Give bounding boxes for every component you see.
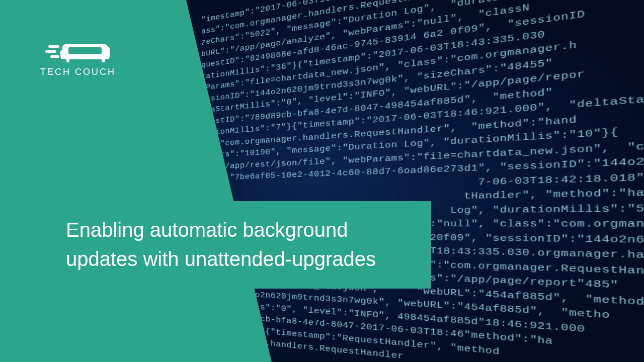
svg-rect-0	[68, 47, 102, 54]
code-stream-art: "imestamp":"2017-06-03T18:42:18.018", as…	[201, 0, 644, 362]
svg-rect-3	[66, 59, 69, 62]
brand-name: TECH COUCH	[40, 67, 116, 77]
couch-icon	[45, 35, 111, 63]
svg-rect-6	[45, 50, 56, 53]
svg-rect-5	[48, 45, 59, 48]
title-banner: Enabling automatic background updates wi…	[49, 201, 431, 289]
svg-rect-2	[104, 46, 110, 59]
title-text: Enabling automatic background updates wi…	[66, 215, 414, 274]
brand-logo: TECH COUCH	[40, 35, 116, 77]
svg-rect-7	[50, 55, 59, 58]
svg-rect-4	[102, 59, 105, 62]
svg-rect-1	[60, 49, 67, 59]
